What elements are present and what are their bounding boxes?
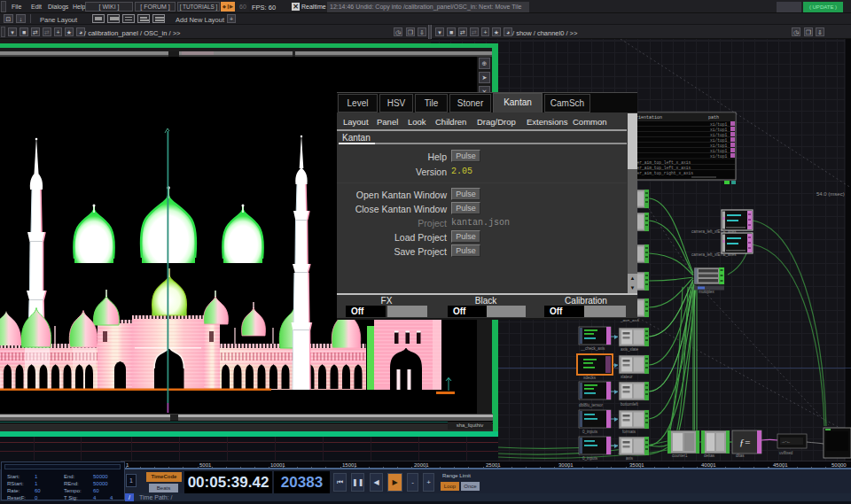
svg-text:formats: formats (622, 430, 636, 434)
svg-text:path: path (708, 115, 719, 120)
svg-text:xxer_aim_top_left_x_axis: xxer_aim_top_left_x_axis (632, 160, 691, 165)
svg-text:xi/top1: xi/top1 (710, 138, 728, 143)
svg-text:bottomleft: bottomleft (621, 402, 639, 407)
svg-text:xi/top1: xi/top1 (710, 154, 728, 159)
svg-text:xlateur: xlateur (621, 375, 633, 379)
svg-text:54.0 (msec): 54.0 (msec) (816, 191, 845, 197)
svg-text:xxer_aim_top_right_x_axis: xxer_aim_top_right_x_axis (632, 171, 693, 175)
svg-text:xi/top1: xi/top1 (710, 143, 728, 148)
svg-text:axis_xlate: axis_xlate (621, 347, 639, 352)
svg-text:xi/top1: xi/top1 (710, 128, 728, 132)
svg-text:xi/top1: xi/top1 (710, 149, 728, 153)
svg-text:xxer_aim_top_left_x_axis: xxer_aim_top_left_x_axis (632, 166, 691, 170)
svg-text:xi/top1: xi/top1 (710, 122, 728, 127)
svg-text:multiplex: multiplex (699, 290, 715, 294)
svg-text:xdecks: xdecks (583, 376, 597, 380)
svg-text:__check_axis: __check_axis (580, 346, 605, 351)
svg-text:dbl8lu_tensor: dbl8lu_tensor (579, 403, 604, 407)
svg-text:xi/top1: xi/top1 (710, 133, 728, 137)
svg-text:0_inputs: 0_inputs (582, 430, 598, 434)
